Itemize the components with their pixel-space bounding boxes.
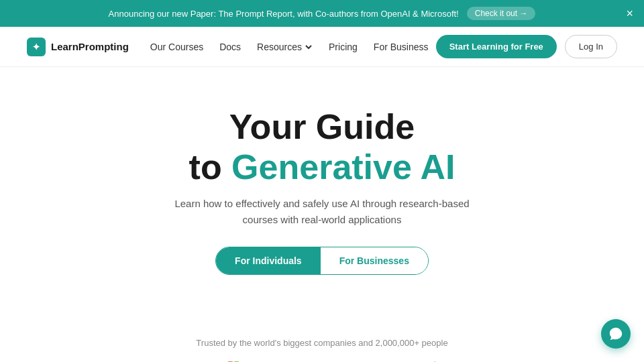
google-g-icon: G xyxy=(157,360,166,362)
for-businesses-button[interactable]: For Businesses xyxy=(321,247,428,274)
announcement-text: Announcing our new Paper: The Prompt Rep… xyxy=(109,9,459,19)
logo-icon: ✦ xyxy=(27,38,46,56)
announcement-close-button[interactable]: × xyxy=(626,7,633,19)
log-in-button[interactable]: Log In xyxy=(565,35,617,58)
nav-left: ✦ LearnPrompting Our Courses Docs Resour… xyxy=(27,38,429,56)
hero-subtitle: Learn how to effectively and safely use … xyxy=(168,196,476,228)
nav-links: Our Courses Docs Resources Pricing For B… xyxy=(150,42,429,52)
hero-btn-group: For Individuals For Businesses xyxy=(215,247,429,275)
navbar: ✦ LearnPrompting Our Courses Docs Resour… xyxy=(0,27,644,67)
hero-line1: Your Guide xyxy=(229,107,415,146)
hero-line2-plain: to xyxy=(189,147,232,186)
chat-bubble-button[interactable] xyxy=(601,319,631,349)
chat-icon xyxy=(608,326,623,341)
for-individuals-button[interactable]: For Individuals xyxy=(216,247,321,274)
nav-link-resources[interactable]: Resources xyxy=(257,42,313,52)
logo[interactable]: ✦ LearnPrompting xyxy=(27,38,129,56)
hero-line2-accent: Generative AI xyxy=(231,147,455,186)
announcement-cta[interactable]: Check it out → xyxy=(467,7,536,20)
trusted-section: Trusted by the world's biggest companies… xyxy=(0,331,644,362)
trusted-label: Trusted by the world's biggest companies… xyxy=(27,338,617,348)
nav-item-pricing[interactable]: Pricing xyxy=(329,42,358,52)
nav-item-docs[interactable]: Docs xyxy=(219,42,241,52)
announcement-bar: Announcing our new Paper: The Prompt Rep… xyxy=(0,0,644,27)
hero-heading: Your Guide to Generative AI xyxy=(27,107,617,188)
nav-link-docs[interactable]: Docs xyxy=(219,42,241,52)
nav-link-courses[interactable]: Our Courses xyxy=(150,42,203,52)
nav-link-for-business[interactable]: For Business xyxy=(374,42,429,52)
company-logos-row: G Google Microsoft ♪ TikTok BCG ◆ ⬡ Drop… xyxy=(27,360,617,362)
nav-link-pricing[interactable]: Pricing xyxy=(329,42,358,52)
nav-item-resources[interactable]: Resources xyxy=(257,42,313,52)
start-learning-button[interactable]: Start Learning for Free xyxy=(436,35,557,58)
logo-text: LearnPrompting xyxy=(51,41,129,52)
nav-item-for-business[interactable]: For Business xyxy=(374,42,429,52)
hero-cta-group: For Individuals For Businesses xyxy=(27,247,617,275)
company-logo-google: G Google xyxy=(157,360,207,362)
nav-right: Start Learning for Free Log In xyxy=(436,35,617,58)
nav-item-courses[interactable]: Our Courses xyxy=(150,42,203,52)
hero-section: Your Guide to Generative AI Learn how to… xyxy=(0,67,644,331)
